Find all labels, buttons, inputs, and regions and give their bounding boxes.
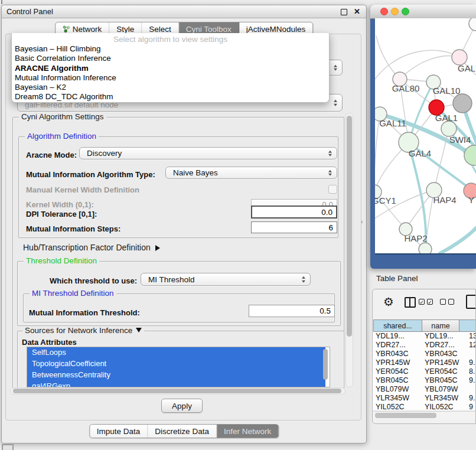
algorithm-option-bayesian-hill-climbing[interactable]: Bayesian – Hill Climbing	[12, 44, 329, 54]
hub-definition-disclosure[interactable]: Hub/Transcription Factor Definition	[23, 243, 160, 252]
algorithm-option-basic-correlation-inference[interactable]: Basic Correlation Inference	[12, 54, 329, 63]
node-label-gal80: GAL80	[392, 83, 420, 93]
table-cell: YLR345W	[376, 394, 409, 403]
table-cell: YBL079W	[376, 385, 409, 394]
table-cell: 9.	[469, 358, 475, 367]
settings-vertical-scrollbar[interactable]	[345, 113, 353, 387]
stepper-arrows-icon	[334, 100, 337, 106]
table-cell: 13	[469, 332, 476, 341]
table-row[interactable]: YIL052CYIL052C9	[373, 403, 476, 410]
table-row[interactable]: YLR345WYLR345W9.	[373, 394, 476, 403]
data-attributes-list: SelfLoopsTopologicalCoefficientBetweenne…	[27, 347, 330, 387]
unchecked-box-icon[interactable]	[440, 299, 446, 305]
float-window-icon[interactable]	[341, 9, 347, 15]
algorithm-definition-title: Algorithm Definition	[25, 132, 99, 141]
checked-box-icon[interactable]: ✓	[419, 299, 425, 305]
threshold-definition-title: Threshold Definition	[24, 256, 99, 265]
settings-vscroll-thumb[interactable]	[347, 116, 352, 337]
table-cell: YBR043C	[376, 350, 409, 358]
close-button[interactable]	[380, 8, 388, 15]
algorithm-option-mutual-information-inference[interactable]: Mutual Information Inference	[12, 73, 329, 83]
close-panel-icon[interactable]: ✕	[354, 7, 360, 17]
table-cell: YIL052C	[425, 403, 454, 410]
column-header-name[interactable]: name	[422, 319, 459, 332]
algorithm-option-dream8-dc-tdc-algorithm[interactable]: Dream8 DC_TDC Algorithm	[12, 92, 329, 102]
attribute-item-selfloops[interactable]: SelfLoops	[27, 347, 325, 358]
table-cell: YDL19...	[376, 332, 405, 341]
attributes-list-scrollbar[interactable]	[323, 349, 328, 380]
network-canvas[interactable]: GAL7GAL80GAL10GAL1GAL11SWI4GAL4GCY1HAP4Y…	[375, 18, 476, 255]
mi-threshold-group-title: MI Threshold Definition	[30, 289, 116, 298]
mi-algorithm-type-combo[interactable]: Naive Bayes	[165, 167, 337, 179]
which-threshold-value: MI Threshold	[148, 275, 195, 284]
unchecked-box-icon[interactable]	[448, 299, 454, 305]
mi-steps-field[interactable]: 6	[251, 221, 337, 233]
mi-threshold-value: 0.5	[319, 306, 331, 315]
data-attributes-label: Data Attributes	[22, 338, 77, 347]
table-panel-title: Table Panel	[376, 274, 418, 283]
network-node[interactable]	[453, 94, 472, 113]
zoom-button[interactable]	[402, 8, 409, 15]
table-cell: 9	[469, 403, 473, 410]
network-node[interactable]	[469, 18, 476, 31]
node-label-y: Y	[468, 195, 474, 205]
network-graph: GAL7GAL80GAL10GAL1GAL11SWI4GAL4GCY1HAP4Y…	[375, 18, 476, 253]
table-row[interactable]: YBR045CYBR045C9.	[373, 376, 476, 385]
tab-label: Network	[73, 25, 102, 34]
attribute-item-betweennesscentrality[interactable]: BetweennessCentrality	[27, 370, 325, 381]
stepper-arrows-icon	[334, 64, 337, 71]
column-header-hidden[interactable]	[459, 319, 476, 332]
tab-impute-data[interactable]: Impute Data	[90, 425, 148, 438]
stepper-arrows-icon	[328, 169, 332, 176]
table-cell: YPR145W	[425, 358, 459, 367]
control-panel-titlebar[interactable]: Control Panel ✕	[2, 5, 366, 18]
table-row[interactable]: YBR043CYBR043C	[373, 350, 476, 358]
which-threshold-label: Which threshold to use:	[50, 276, 137, 285]
algorithm-option-bayesian-k2[interactable]: Bayesian – K2	[12, 83, 329, 92]
aracne-mode-combo[interactable]: Discovery	[79, 147, 337, 159]
dpi-tolerance-value: 0.0	[321, 208, 332, 217]
table-cell: YLR345W	[425, 394, 458, 403]
minimize-button[interactable]	[391, 8, 399, 15]
checked-box-icon[interactable]: ✓	[427, 299, 433, 305]
tab-label: jActiveMNodules	[246, 25, 306, 34]
stepper-arrows-icon	[328, 150, 332, 156]
network-node[interactable]	[464, 145, 476, 165]
table-horizontal-scrollbar[interactable]	[373, 411, 476, 419]
algorithm-option-aracne-algorithm[interactable]: ARACNE Algorithm	[12, 64, 329, 73]
table-cell: YBL079W	[425, 385, 458, 394]
attribute-item-gal4rgexp[interactable]: gal4RGexp	[27, 381, 325, 387]
attribute-item-topologicalcoefficient[interactable]: TopologicalCoefficient	[27, 358, 325, 370]
dpi-tolerance-label: DPI Tolerance [0,1]:	[26, 210, 97, 219]
table-row[interactable]: YDL19...YDL19...13	[373, 332, 476, 341]
mi-threshold-field[interactable]: 0.5	[249, 305, 335, 317]
tab-discretize-data[interactable]: Discretize Data	[148, 425, 217, 438]
split-columns-icon[interactable]	[405, 297, 416, 308]
manual-kernel-width-checkbox[interactable]	[328, 185, 337, 194]
column-header-shared[interactable]: shared...	[373, 319, 422, 332]
sources-disclosure[interactable]: Sources for Network Inference	[22, 326, 144, 335]
which-threshold-combo[interactable]: MI Threshold	[141, 273, 311, 286]
table-row[interactable]: YDR27...YDR27...12	[373, 341, 476, 350]
panel-splitter-handle[interactable]: ‹	[361, 218, 363, 225]
table-row[interactable]: YPR145WYPR145W9.	[373, 358, 476, 367]
table-row[interactable]: YER054CYER054C8.	[373, 367, 476, 376]
hub-definition-label: Hub/Transcription Factor Definition	[23, 243, 151, 252]
apply-button[interactable]: Apply	[161, 399, 203, 413]
network-window-titlebar[interactable]	[370, 5, 476, 19]
tab-label: Style	[116, 25, 134, 34]
document-icon[interactable]	[466, 295, 476, 309]
settings-hscroll-thumb[interactable]	[13, 389, 341, 393]
table-row[interactable]: YBL079WYBL079W	[373, 385, 476, 394]
network-edge[interactable]	[440, 225, 476, 253]
table-hscroll-thumb[interactable]	[375, 413, 436, 418]
gear-icon[interactable]: ⚙	[383, 295, 394, 308]
dpi-tolerance-field[interactable]: 0.0	[251, 206, 337, 219]
node-label-gal10: GAL10	[433, 86, 461, 96]
table-cell: YER054C	[425, 367, 458, 376]
table-cell: YBR043C	[425, 350, 458, 358]
network-node[interactable]	[419, 243, 432, 253]
tab-infer-network[interactable]: Infer Network	[217, 425, 278, 438]
settings-horizontal-scrollbar[interactable]	[10, 387, 345, 394]
aracne-mode-label: Aracne Mode:	[26, 151, 77, 159]
